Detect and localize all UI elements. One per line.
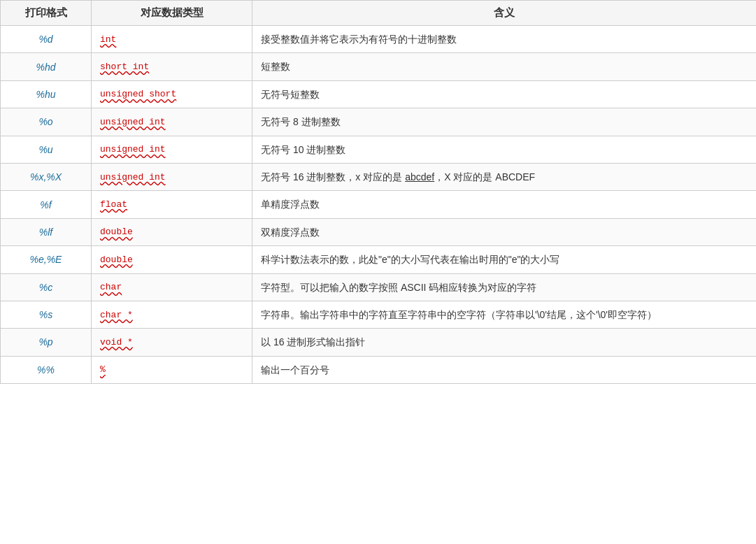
type-cell: unsigned int [92,163,252,190]
header-meaning: 含义 [252,1,757,26]
format-cell: %u [1,136,92,163]
type-cell: char [92,273,252,301]
meaning-cell: 无符号 8 进制整数 [252,108,757,136]
table-row: %hdshort int短整数 [1,53,757,80]
format-cell: %hu [1,80,92,108]
table-row: %%%输出一个百分号 [1,356,757,383]
table-row: %schar *字符串。输出字符串中的字符直至字符串中的空字符（字符串以'\0'… [1,301,757,328]
meaning-cell: 单精度浮点数 [252,191,757,218]
meaning-cell: 无符号 16 进制整数，x 对应的是 abcdef，X 对应的是 ABCDEF [252,163,757,190]
format-cell: %x,%X [1,163,92,190]
table-row: %pvoid *以 16 进制形式输出指针 [1,329,757,356]
format-cell: %d [1,26,92,53]
meaning-cell: 字符串。输出字符串中的字符直至字符串中的空字符（字符串以'\0'结尾，这个'\0… [252,301,757,328]
format-cell: %e,%E [1,246,92,273]
format-cell: %c [1,273,92,301]
table-row: %lfdouble双精度浮点数 [1,218,757,245]
format-cell: %lf [1,218,92,245]
table-row: %cchar字符型。可以把输入的数字按照 ASCII 码相应转换为对应的字符 [1,273,757,301]
table-row: %huunsigned short无符号短整数 [1,80,757,108]
table-row: %ounsigned int无符号 8 进制整数 [1,108,757,136]
meaning-cell: 双精度浮点数 [252,218,757,245]
meaning-cell: 无符号 10 进制整数 [252,136,757,163]
format-cell: %s [1,301,92,328]
type-cell: unsigned short [92,80,252,108]
type-cell: int [92,26,252,53]
type-cell: char * [92,301,252,328]
header-format: 打印格式 [1,1,92,26]
meaning-cell: 短整数 [252,53,757,80]
type-cell: double [92,246,252,273]
type-cell: double [92,218,252,245]
format-cell: %o [1,108,92,136]
table-row: %dint接受整数值并将它表示为有符号的十进制整数 [1,26,757,53]
meaning-cell: 无符号短整数 [252,80,757,108]
format-cell: %% [1,356,92,383]
type-cell: unsigned int [92,108,252,136]
meaning-cell: 输出一个百分号 [252,356,757,383]
type-cell: short int [92,53,252,80]
type-cell: float [92,191,252,218]
meaning-cell: 接受整数值并将它表示为有符号的十进制整数 [252,26,757,53]
table-row: %e,%Edouble科学计数法表示的数，此处"e"的大小写代表在输出时用的"e… [1,246,757,273]
header-row: 打印格式 对应数据类型 含义 [1,1,757,26]
format-table: 打印格式 对应数据类型 含义 %dint接受整数值并将它表示为有符号的十进制整数… [0,0,756,384]
format-cell: %f [1,191,92,218]
table-row: %ffloat单精度浮点数 [1,191,757,218]
table-row: %uunsigned int无符号 10 进制整数 [1,136,757,163]
type-cell: unsigned int [92,136,252,163]
type-cell: void * [92,329,252,356]
format-cell: %hd [1,53,92,80]
header-type: 对应数据类型 [92,1,252,26]
format-cell: %p [1,329,92,356]
type-cell: % [92,356,252,383]
meaning-cell: 字符型。可以把输入的数字按照 ASCII 码相应转换为对应的字符 [252,273,757,301]
table-row: %x,%Xunsigned int无符号 16 进制整数，x 对应的是 abcd… [1,163,757,190]
meaning-cell: 科学计数法表示的数，此处"e"的大小写代表在输出时用的"e"的大小写 [252,246,757,273]
meaning-cell: 以 16 进制形式输出指针 [252,329,757,356]
